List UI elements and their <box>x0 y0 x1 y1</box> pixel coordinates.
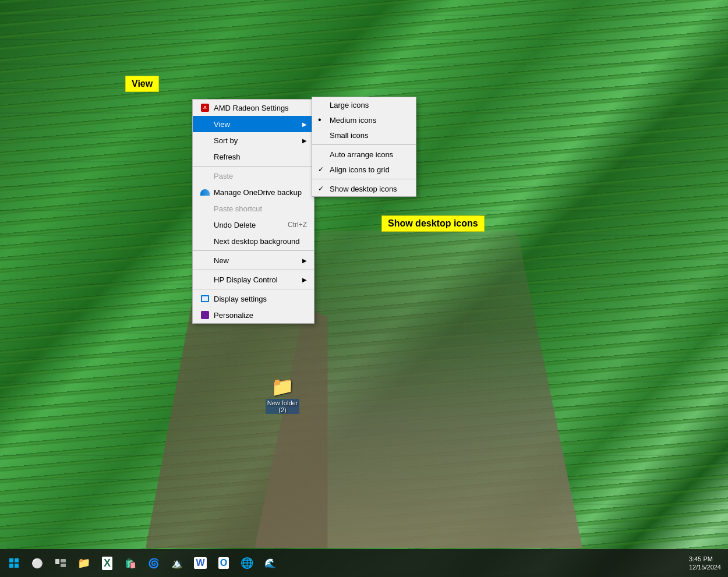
folder-icon: 📁 <box>271 376 294 398</box>
folder-label: New folder(2) <box>266 399 300 414</box>
separator-1 <box>193 166 314 167</box>
svg-rect-5 <box>15 558 19 562</box>
context-menu-undo-delete[interactable]: Undo Delete Ctrl+Z <box>193 217 314 233</box>
medium-icons-label: Medium icons <box>330 116 376 125</box>
next-bg-spacer <box>200 236 210 246</box>
taskbar-right-area: 3:45 PM12/15/2024 <box>689 555 721 572</box>
sort-by-label: Sort by <box>214 136 238 145</box>
onedrive-icon <box>200 187 210 197</box>
paste-shortcut-label: Paste shortcut <box>214 204 262 213</box>
separator-2 <box>193 250 314 251</box>
context-menu-onedrive[interactable]: Manage OneDrive backup <box>193 184 314 200</box>
desktop-folder-icon[interactable]: 📁 New folder(2) <box>262 376 303 414</box>
word-button[interactable]: W <box>189 551 212 575</box>
context-menu-paste[interactable]: Paste <box>193 168 314 184</box>
view-submenu: Large icons • Medium icons Small icons A… <box>312 97 416 197</box>
svg-rect-4 <box>9 558 13 562</box>
medium-bullet: • <box>318 115 321 125</box>
refresh-label: Refresh <box>214 153 241 161</box>
view-arrow: ▶ <box>302 121 307 128</box>
view-show-desktop-icons[interactable]: ✓ Show desktop icons <box>312 181 416 196</box>
hp-spacer <box>200 274 210 285</box>
edge-button[interactable]: 🌊 <box>259 551 282 575</box>
small-icons-label: Small icons <box>330 131 368 140</box>
new-spacer <box>200 255 210 266</box>
context-menu-sort-by[interactable]: Sort by ▶ <box>193 132 314 148</box>
taskbar: ⚪ 📁 X 🛍️ 🌀 🏔️ W O 🌐 🌊 <box>0 549 728 577</box>
desktop-background <box>0 0 728 577</box>
svg-rect-7 <box>15 564 19 568</box>
display-icon <box>200 293 210 304</box>
context-menu-next-bg[interactable]: Next desktop background <box>193 233 314 249</box>
excel-button[interactable]: X <box>96 551 119 575</box>
view-spacer <box>200 119 210 129</box>
hp-display-label: HP Display Control <box>214 275 278 284</box>
view-auto-arrange[interactable]: Auto arrange icons <box>312 147 416 162</box>
personalize-label: Personalize <box>214 311 253 320</box>
start-button[interactable] <box>2 551 26 575</box>
auto-arrange-label: Auto arrange icons <box>330 150 393 159</box>
annotation-view-label: View <box>125 76 159 92</box>
next-bg-label: Next desktop background <box>214 237 299 246</box>
view-sep-1 <box>312 144 416 145</box>
hp-arrow: ▶ <box>302 277 307 283</box>
view-sep-2 <box>312 179 416 179</box>
paste-shortcut-spacer <box>200 203 210 214</box>
task-view-button[interactable] <box>49 551 72 575</box>
context-menu-refresh[interactable]: Refresh <box>193 148 314 165</box>
paste-label: Paste <box>214 172 233 180</box>
align-check: ✓ <box>318 165 324 174</box>
view-label: View <box>214 120 230 129</box>
separator-4 <box>193 289 314 289</box>
amd-radeon-label: AMD Radeon Settings <box>214 104 289 112</box>
svg-rect-9 <box>61 559 66 562</box>
context-menu-personalize[interactable]: Personalize <box>193 307 314 323</box>
onedrive-label: Manage OneDrive backup <box>214 188 302 197</box>
sort-arrow: ▶ <box>302 137 307 144</box>
context-menu-amd-radeon[interactable]: A AMD Radeon Settings <box>193 100 314 116</box>
svg-rect-8 <box>55 559 59 564</box>
annotation-show-icons-label: Show desktop icons <box>381 215 485 232</box>
context-menu-display-settings[interactable]: Display settings <box>193 291 314 307</box>
display-settings-label: Display settings <box>214 295 267 303</box>
new-arrow: ▶ <box>302 257 307 264</box>
separator-3 <box>193 270 314 270</box>
large-icons-label: Large icons <box>330 101 369 109</box>
context-menu: A AMD Radeon Settings View ▶ Sort by ▶ R… <box>192 99 314 324</box>
context-menu-new[interactable]: New ▶ <box>193 252 314 268</box>
sort-spacer <box>200 135 210 146</box>
undo-shortcut: Ctrl+Z <box>288 221 307 229</box>
svg-rect-10 <box>61 564 66 567</box>
amd-icon: A <box>200 102 210 113</box>
align-grid-label: Align icons to grid <box>330 165 390 174</box>
file-explorer-button[interactable]: 📁 <box>72 551 96 575</box>
personalize-icon <box>200 310 210 320</box>
context-menu-paste-shortcut[interactable]: Paste shortcut <box>193 200 314 217</box>
search-button[interactable]: ⚪ <box>26 551 49 575</box>
paste-spacer <box>200 171 210 181</box>
undo-spacer <box>200 220 210 230</box>
view-large-icons[interactable]: Large icons <box>312 97 416 112</box>
outlook-button[interactable]: O <box>212 551 235 575</box>
chrome-button[interactable]: 🌐 <box>235 551 259 575</box>
taskbar-time: 3:45 PM12/15/2024 <box>689 555 721 572</box>
context-menu-view[interactable]: View ▶ <box>193 116 314 132</box>
store-button[interactable]: 🛍️ <box>119 551 142 575</box>
pinwheel-button[interactable]: 🌀 <box>142 551 165 575</box>
view-align-grid[interactable]: ✓ Align icons to grid <box>312 162 416 177</box>
refresh-spacer <box>200 151 210 162</box>
show-desktop-icons-label: Show desktop icons <box>330 185 397 193</box>
new-label: New <box>214 256 229 265</box>
undo-delete-label: Undo Delete <box>214 221 256 229</box>
context-menu-hp-display[interactable]: HP Display Control ▶ <box>193 271 314 288</box>
photos-button[interactable]: 🏔️ <box>165 551 189 575</box>
view-small-icons[interactable]: Small icons <box>312 128 416 143</box>
view-medium-icons[interactable]: • Medium icons <box>312 112 416 128</box>
show-icons-check: ✓ <box>318 185 324 193</box>
svg-rect-6 <box>9 564 13 568</box>
